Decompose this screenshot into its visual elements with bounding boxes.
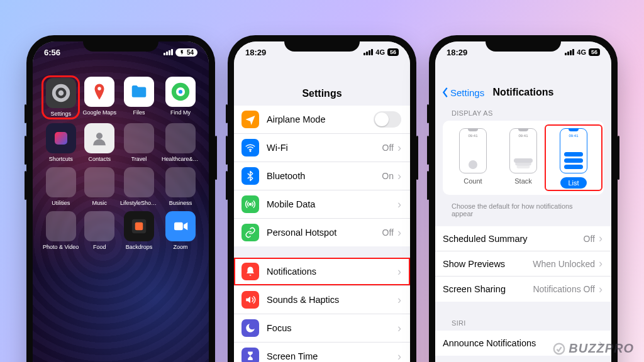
row-screen-sharing[interactable]: Screen Sharing Notifications Off › (435, 277, 611, 302)
app-utilities[interactable]: Utilities (43, 167, 79, 206)
chevron-right-icon: › (397, 293, 401, 307)
watermark: BUZZPRO (552, 341, 634, 356)
app-label: Shortcuts (49, 156, 73, 162)
antenna-icon (242, 195, 259, 213)
hourglass-icon (242, 348, 259, 362)
chevron-right-icon: › (397, 226, 401, 239)
row-mobile-data[interactable]: Mobile Data › (234, 190, 410, 219)
battery-level: 56 (387, 48, 399, 56)
app-music[interactable]: Music (82, 167, 116, 206)
app-lifestyleshopping[interactable]: LifestyleShopping (120, 167, 158, 206)
row-wi-fi[interactable]: Wi-Fi Off› (234, 134, 410, 162)
app-google-maps[interactable]: Google Maps (82, 77, 116, 118)
display-as-footnote: Choose the default for how notifications… (435, 199, 611, 217)
back-button[interactable]: Settings (441, 87, 484, 98)
settings-screen: 18:29 4G 56 Settings Airplane Mode Wi-Fi… (234, 41, 410, 362)
row-focus[interactable]: Focus › (234, 314, 410, 343)
battery-level: 56 (589, 48, 600, 56)
notifications-settings-group: Scheduled Summary Off ›Show Previews Whe… (435, 226, 611, 302)
speaker-icon (242, 291, 259, 309)
row-value: Off (382, 228, 394, 238)
row-label: Bluetooth (267, 171, 382, 181)
app-contacts[interactable]: Contacts (82, 123, 116, 162)
app-settings[interactable]: Settings (43, 77, 79, 118)
app-files[interactable]: Files (120, 77, 158, 118)
display-option-stack[interactable]: 09:41 Stack (498, 128, 548, 189)
row-label: Wi-Fi (267, 143, 382, 153)
app-shortcuts[interactable]: Shortcuts (43, 123, 79, 162)
folder-icon (124, 123, 154, 153)
chevron-right-icon: › (599, 232, 602, 245)
svg-point-17 (554, 343, 565, 354)
svg-rect-11 (174, 222, 183, 231)
row-notifications[interactable]: Notifications › (234, 258, 410, 286)
status-time: 6:56 (44, 48, 60, 57)
logo-icon (552, 342, 566, 356)
row-label: Sounds & Haptics (267, 295, 397, 305)
nav-bar: Settings Notifications (435, 63, 611, 103)
phone-settings: 18:29 4G 56 Settings Airplane Mode Wi-Fi… (228, 35, 416, 362)
app-label: Food (93, 244, 106, 250)
app-label: Contacts (88, 156, 111, 162)
app-label: Files (133, 109, 145, 116)
row-label: Screen Sharing (443, 284, 533, 294)
notifications-screen: 18:29 4G 56 Settings Notifications DISPL… (435, 41, 611, 362)
network-label: 4G (375, 48, 385, 56)
app-photo-video[interactable]: Photo & Video (43, 211, 79, 250)
app-backdrops[interactable]: Backdrops (120, 211, 158, 250)
app-label: Travel (131, 156, 147, 162)
notch (284, 35, 360, 52)
option-label: Stack (514, 177, 532, 185)
row-scheduled-summary[interactable]: Scheduled Summary Off › (435, 226, 611, 251)
svg-point-15 (250, 204, 252, 206)
row-show-previews[interactable]: Show Previews When Unlocked › (435, 251, 611, 277)
status-time: 18:29 (447, 48, 467, 57)
option-label: List (560, 177, 586, 189)
app-business[interactable]: Business (162, 167, 199, 206)
moon-icon (242, 319, 259, 337)
airplane-icon (242, 111, 259, 128)
svg-rect-7 (55, 132, 67, 145)
app-label: Business (169, 200, 192, 206)
findmy-icon (165, 77, 196, 107)
folder-icon (84, 167, 114, 197)
chevron-right-icon: › (397, 141, 401, 155)
app-label: Healthcare&Fit... (162, 156, 199, 162)
display-option-count[interactable]: 09:41 Count (448, 128, 498, 189)
row-sounds-haptics[interactable]: Sounds & Haptics › (234, 286, 410, 314)
chevron-right-icon: › (397, 322, 401, 335)
bluetooth-icon (242, 167, 259, 185)
app-find-my[interactable]: Find My (162, 77, 199, 118)
signal-icon (565, 49, 574, 55)
display-as-options: 09:41 Count 09:41 Stack 09:41 List (443, 121, 604, 195)
signal-icon (364, 49, 373, 55)
svg-point-8 (96, 133, 103, 139)
section-siri: SIRI (435, 313, 611, 331)
row-label: Personal Hotspot (267, 228, 382, 238)
folder-icon (46, 211, 76, 241)
chevron-right-icon: › (397, 198, 401, 211)
notch (83, 35, 158, 52)
wifi-icon (242, 139, 259, 156)
app-healthcare-fit-[interactable]: Healthcare&Fit... (162, 123, 199, 162)
display-option-list[interactable]: 09:41 List (548, 128, 599, 189)
preview-phone-icon: 09:41 (560, 128, 587, 173)
app-zoom[interactable]: Zoom (162, 211, 199, 250)
chevron-right-icon: › (599, 257, 602, 270)
row-bluetooth[interactable]: Bluetooth On› (234, 162, 410, 190)
app-food[interactable]: Food (82, 211, 116, 250)
files-icon (124, 77, 154, 107)
shortcuts-icon (46, 123, 76, 153)
row-value: Off (584, 234, 595, 244)
row-screen-time[interactable]: Screen Time › (234, 343, 410, 362)
gear-icon (46, 78, 76, 108)
folder-icon (84, 211, 114, 241)
folder-icon (165, 167, 196, 197)
toggle-switch[interactable] (374, 111, 401, 128)
folder-icon (124, 167, 154, 197)
app-travel[interactable]: Travel (120, 123, 158, 162)
row-airplane-mode[interactable]: Airplane Mode (234, 106, 410, 134)
option-label: Count (464, 177, 482, 185)
home-screen: 6:56 54 Settings Google Maps Files Find … (33, 41, 209, 362)
row-personal-hotspot[interactable]: Personal Hotspot Off› (234, 219, 410, 246)
